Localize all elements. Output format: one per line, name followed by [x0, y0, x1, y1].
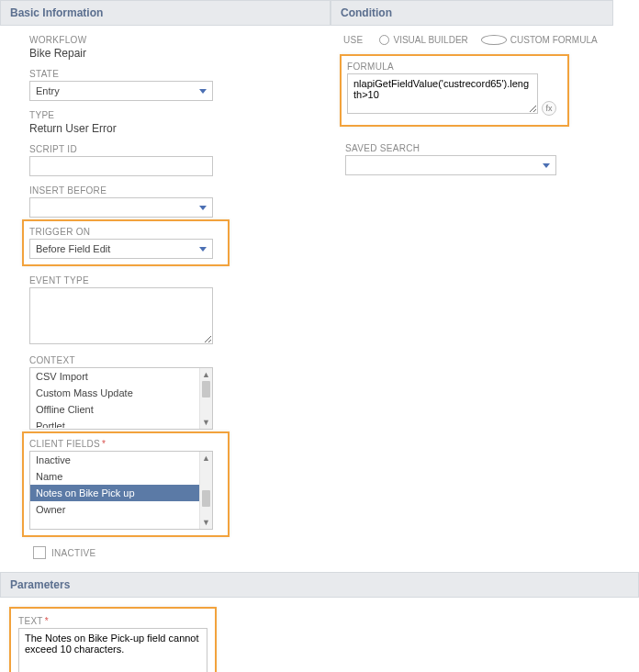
custom-formula-radio[interactable]: CUSTOM FORMULA	[481, 35, 598, 45]
context-field: CONTEXT CSV Import Custom Mass Update Of…	[29, 355, 321, 430]
basic-info-header: Basic Information	[0, 0, 331, 26]
client-fields-highlight: CLIENT FIELDS* Inactive Name Notes on Bi…	[22, 431, 230, 537]
scroll-up-icon[interactable]: ▲	[200, 368, 212, 381]
use-row: USE VISUAL BUILDER CUSTOM FORMULA	[340, 35, 604, 45]
text-highlight: TEXT*	[9, 607, 217, 672]
formula-highlight: FORMULA fx	[340, 54, 569, 127]
event-type-input[interactable]	[29, 287, 213, 344]
workflow-label: WORKFLOW	[29, 35, 321, 45]
event-type-label: EVENT TYPE	[29, 275, 321, 286]
inactive-field: INACTIVE	[33, 546, 321, 559]
chevron-down-icon	[199, 247, 207, 252]
state-field: STATE Entry	[29, 69, 321, 101]
state-select[interactable]: Entry	[29, 81, 213, 101]
trigger-on-label: TRIGGER ON	[29, 227, 222, 237]
scroll-up-icon[interactable]: ▲	[200, 452, 212, 465]
trigger-on-value: Before Field Edit	[36, 243, 110, 254]
list-item[interactable]: Offline Client	[30, 401, 199, 418]
scroll-down-icon[interactable]: ▼	[200, 516, 212, 529]
formula-label: FORMULA	[347, 62, 562, 72]
scriptid-field: SCRIPT ID	[29, 144, 321, 176]
client-fields-label: CLIENT FIELDS*	[29, 439, 222, 449]
context-listbox[interactable]: CSV Import Custom Mass Update Offline Cl…	[29, 367, 213, 430]
text-input[interactable]	[18, 628, 207, 672]
list-item[interactable]: Name	[30, 468, 199, 485]
list-item[interactable]: Inactive	[30, 452, 199, 468]
saved-search-label: SAVED SEARCH	[345, 143, 569, 153]
use-label: USE	[343, 35, 363, 45]
scriptid-input[interactable]	[29, 156, 213, 176]
trigger-on-select[interactable]: Before Field Edit	[29, 239, 213, 259]
scroll-down-icon[interactable]: ▼	[200, 416, 212, 429]
scrollbar[interactable]: ▲ ▼	[199, 452, 212, 529]
insert-before-field: INSERT BEFORE	[29, 185, 321, 218]
type-value: Return User Error	[29, 122, 321, 135]
saved-search-field: SAVED SEARCH	[340, 143, 569, 175]
client-fields-listbox[interactable]: Inactive Name Notes on Bike Pick up Owne…	[29, 451, 213, 530]
type-field: TYPE Return User Error	[29, 110, 321, 135]
insert-before-label: INSERT BEFORE	[29, 185, 321, 196]
context-label: CONTEXT	[29, 355, 321, 365]
scriptid-label: SCRIPT ID	[29, 144, 321, 154]
scrollbar[interactable]: ▲ ▼	[199, 368, 212, 429]
condition-header: Condition	[331, 0, 613, 26]
formula-input[interactable]	[347, 73, 538, 114]
inactive-label: INACTIVE	[51, 548, 96, 558]
state-label: STATE	[29, 69, 321, 79]
workflow-field: WORKFLOW Bike Repair	[29, 35, 321, 60]
list-item[interactable]: CSV Import	[30, 368, 199, 385]
list-item[interactable]: Owner	[30, 501, 199, 518]
visual-builder-radio[interactable]: VISUAL BUILDER	[379, 35, 467, 45]
inactive-checkbox[interactable]	[33, 546, 46, 559]
custom-formula-label: CUSTOM FORMULA	[510, 35, 598, 45]
text-label: TEXT*	[18, 616, 207, 626]
type-label: TYPE	[29, 110, 321, 120]
list-item[interactable]: Portlet	[30, 418, 199, 428]
formula-helper-icon[interactable]: fx	[542, 101, 556, 116]
state-value: Entry	[36, 85, 60, 96]
list-item[interactable]: Custom Mass Update	[30, 385, 199, 401]
list-item[interactable]: Notes on Bike Pick up	[30, 485, 199, 501]
event-type-field: EVENT TYPE	[29, 275, 321, 346]
saved-search-select[interactable]	[345, 155, 556, 175]
insert-before-select[interactable]	[29, 197, 213, 218]
visual-builder-label: VISUAL BUILDER	[393, 35, 467, 45]
trigger-on-highlight: TRIGGER ON Before Field Edit	[22, 219, 230, 266]
workflow-value: Bike Repair	[29, 47, 321, 60]
chevron-down-icon	[199, 89, 207, 94]
chevron-down-icon	[543, 163, 550, 168]
parameters-header: Parameters	[0, 572, 639, 598]
chevron-down-icon	[199, 206, 207, 210]
